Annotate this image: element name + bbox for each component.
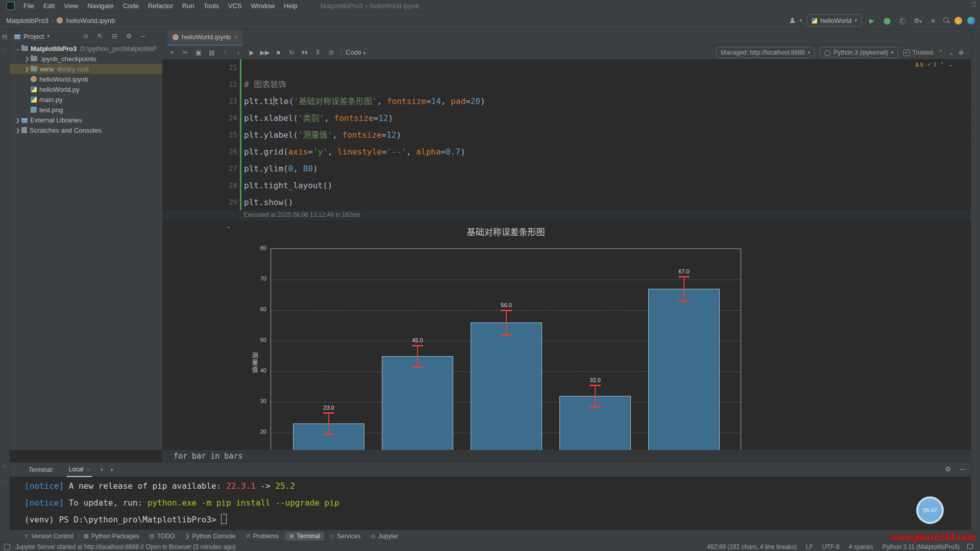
terminal-panel[interactable]: Terminal: Local × + ▾ ⚙ ─ [notice] A new… [9, 462, 971, 530]
status-corner-icon[interactable] [4, 544, 10, 550]
editor-sticky-line[interactable]: for bar in bars [162, 450, 971, 463]
status-widget[interactable]: LF [806, 543, 813, 550]
prev-problem-icon[interactable]: ⌃ [940, 61, 944, 68]
more-toolbar-icon[interactable]: ⋮ [971, 60, 980, 66]
search-everywhere-icon[interactable] [943, 17, 949, 23]
code-line-27[interactable]: 27plt.ylim(0, 80) [162, 160, 971, 177]
code-line-21[interactable]: 21 [162, 59, 971, 76]
tree-item-label: venv [40, 65, 54, 73]
toolwindow-button-terminal[interactable]: ▣Terminal [285, 532, 324, 541]
toolwindow-button-python-console[interactable]: ❯Python Console [181, 532, 239, 541]
tree-item-external-libraries[interactable]: ❯External Libraries [9, 115, 162, 125]
error-bar [328, 413, 329, 434]
sticky-line-text: for bar in bars [174, 452, 242, 461]
status-widget[interactable]: 482:69 (181 chars, 4 line breaks) [707, 543, 796, 550]
user-profile-icon[interactable] [790, 18, 795, 23]
new-terminal-tab-icon[interactable]: + [100, 466, 104, 473]
menu-code[interactable]: Code [118, 2, 143, 10]
notifications-icon[interactable]: ▫ [971, 106, 980, 112]
code-line-22[interactable]: 22# 图表装饰 [162, 76, 971, 93]
tree-item-venv[interactable]: ❯venvlibrary root [9, 64, 162, 74]
code-line-28[interactable]: 28plt.tight_layout() [162, 177, 971, 194]
project-panel-title[interactable]: Project [23, 33, 44, 40]
structure-toolwindow-icon[interactable]: □ [0, 46, 9, 53]
status-widget[interactable]: 4 spaces [849, 543, 873, 550]
menu-tools[interactable]: Tools [199, 2, 224, 10]
menu-help[interactable]: Help [279, 2, 302, 10]
collapse-all-icon[interactable]: ⊟ [112, 33, 117, 40]
toolwindow-label: Terminal [297, 533, 320, 540]
toolwindow-button-todo[interactable]: ▤TODO [145, 532, 179, 541]
stop-button[interactable]: ■ [928, 17, 938, 24]
code-line-24[interactable]: 24plt.xlabel('类别', fontsize=12) [162, 110, 971, 127]
terminal-tab-close-icon[interactable]: × [86, 466, 89, 472]
code-with-me-icon[interactable] [967, 17, 975, 24]
error-bar-cap [501, 310, 512, 311]
readonly-lock-icon[interactable] [967, 544, 973, 549]
tree-item-main-py[interactable]: main.py [9, 94, 162, 105]
tree-chevron-icon[interactable]: ❯ [23, 56, 31, 62]
status-widget[interactable]: Python 3.11 (MatplotlibPro3) [883, 543, 960, 550]
breadcrumb-file[interactable]: helloWorld.ipynb [66, 17, 115, 24]
collapse-output-icon[interactable]: ⌄ [226, 223, 231, 230]
project-settings-icon[interactable]: ⚙ [126, 33, 132, 40]
terminal-tab-local[interactable]: Local × [67, 462, 92, 477]
project-view-chevron-icon[interactable]: ▾ [47, 34, 50, 39]
profiler-dropdown-button[interactable]: ⚙▾ [913, 17, 923, 24]
run-button[interactable]: ▶ [867, 17, 877, 24]
tree-item-label: helloWorld.py [39, 86, 80, 93]
code-line-29[interactable]: 29plt.show() [162, 194, 971, 211]
database-toolwindow-icon[interactable]: ▫ [971, 121, 980, 127]
bookmarks-toolwindow-icon[interactable]: ≡ [0, 463, 9, 469]
pycharm-logo-icon[interactable] [6, 2, 15, 10]
error-bar-cap [323, 412, 334, 414]
toolwindow-button-services[interactable]: ◇Services [326, 532, 364, 541]
code-line-23[interactable]: 23plt.title('基础对称误差条形图', fontsize=14, pa… [162, 93, 971, 110]
debug-button[interactable]: ⬤ [882, 17, 892, 24]
terminal-settings-icon[interactable]: ⚙ [945, 465, 951, 473]
toolwindow-button-version-control[interactable]: ϒVersion Control [20, 532, 78, 541]
tree-item-helloworld-py[interactable]: helloWorld.py [9, 84, 162, 94]
tree-chevron-icon[interactable]: ❯ [23, 66, 31, 72]
menu-view[interactable]: View [59, 2, 83, 10]
sciview-toolwindow-icon[interactable]: ▫ [971, 136, 980, 142]
toolwindow-button-problems[interactable]: ⊘Problems [241, 532, 283, 541]
menu-navigate[interactable]: Navigate [83, 2, 118, 10]
status-widget[interactable]: UTF-8 [822, 543, 840, 550]
tree-item-matplotlibpro3[interactable]: ⌄MatplotlibPro3D:\python_pro\MatplotlibP [9, 43, 162, 54]
menu-file[interactable]: File [19, 2, 39, 10]
next-problem-icon[interactable]: ⌄ [948, 61, 953, 68]
inspections-widget[interactable]: A 5✓ 3⌃⌄ [915, 61, 953, 68]
tree-chevron-icon[interactable]: ⌄ [14, 46, 21, 52]
tree-chevron-icon[interactable]: ❯ [14, 128, 21, 133]
project-toolwindow-icon[interactable]: ▤ [0, 33, 9, 40]
menu-run[interactable]: Run [178, 2, 199, 10]
locate-file-icon[interactable]: ⊙ [83, 33, 88, 40]
meter-toolwindow-icon[interactable]: ▢ [0, 478, 9, 485]
user-dropdown-chevron-icon[interactable]: ▾ [800, 18, 802, 23]
bar [648, 289, 720, 450]
terminal-tabs-dropdown-icon[interactable]: ▾ [111, 467, 113, 472]
terminal-minimize-icon[interactable]: ─ [960, 465, 965, 473]
coverage-button[interactable]: Ⓒ [897, 16, 908, 26]
menu-edit[interactable]: Edit [39, 2, 59, 10]
toolwindow-button-python-packages[interactable]: ▦Python Packages [80, 532, 143, 541]
tree-item-test-png[interactable]: test.png [9, 105, 162, 115]
tree-item--ipynb-checkpoints[interactable]: ❯.ipynb_checkpoints [9, 54, 162, 64]
tree-chevron-icon[interactable]: ❯ [14, 117, 21, 123]
run-configuration-select[interactable]: helloWorld ▾ [807, 14, 862, 27]
code-line-25[interactable]: 25plt.ylabel('测量值', fontsize=12) [162, 127, 971, 143]
menu-window[interactable]: Window [247, 2, 279, 10]
window-restore-icon[interactable]: ❐ [971, 2, 976, 8]
breadcrumb-project[interactable]: MatplotlibPro3 [6, 17, 48, 24]
code-line-26[interactable]: 26plt.grid(axis='y', linestyle='--', alp… [162, 143, 971, 160]
expand-all-icon[interactable]: ⇱ [97, 33, 103, 40]
tree-item-scratches-and-consoles[interactable]: ❯Scratches and Consoles [9, 125, 162, 135]
updates-available-icon[interactable]: ↓ [954, 17, 962, 24]
menu-vcs[interactable]: VCS [224, 2, 247, 10]
hide-panel-icon[interactable]: ─ [141, 33, 145, 40]
toolwindow-button-jupyter[interactable]: ◎Jupyter [366, 532, 402, 541]
menu-refactor[interactable]: Refactor [143, 2, 178, 10]
bar-value-label: 67.0 [669, 268, 699, 274]
tree-item-helloworld-ipynb[interactable]: helloWorld.ipynb [9, 74, 162, 84]
